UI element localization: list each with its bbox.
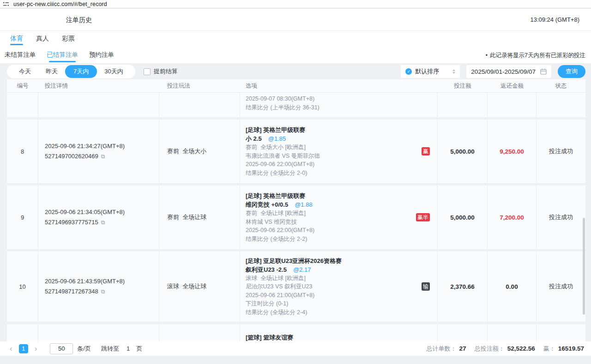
filter-right-group: ✓ 默认排序 2025/09/01-2025/09/07 查询 (401, 65, 585, 78)
match-teams: 林肯城 VS 维冈竞技 (246, 218, 437, 227)
subtab-unsettled[interactable]: 未结算注单 (5, 47, 36, 63)
odds-value: @2.17 (293, 266, 311, 273)
filter-bar: 今天 昨天 7天内 30天内 提前结算 ✓ 默认排序 2025/09/01-20… (7, 65, 585, 78)
pagination-bar: ‹ 1 › 条/页 跳转至 1 页 总计单数： 27 总投注额： 52,522.… (0, 341, 591, 356)
return-amount: 0.00 (506, 283, 518, 290)
col-header-detail: 投注详情 (38, 82, 159, 90)
bet-play-type: 赛前 全场大小 (167, 147, 240, 155)
range-today-button[interactable]: 今天 (12, 65, 38, 78)
league-name: [篮球] 篮球友谊赛 (246, 333, 437, 341)
jump-to-label: 跳转至 (101, 345, 119, 353)
result-score: 结果比分 (全场比分 2-4) (246, 308, 437, 317)
total-stake-label: 总投注额： (475, 345, 505, 353)
copy-icon[interactable]: ⧉ (101, 286, 105, 297)
table-row: 10 2025-09-06 21:43:59(GMT+8) 5271498717… (7, 251, 585, 322)
tab-lottery[interactable]: 彩票 (62, 31, 75, 47)
page-header: 注单历史 13:09:24 (GMT+8) (0, 9, 591, 31)
page-title: 注单历史 (66, 16, 92, 24)
league-name: [足球] 英格兰甲级联赛 (246, 125, 437, 134)
bet-id: 5271496937775715 (45, 217, 98, 227)
bet-time: 2025-09-06 21:34:27(GMT+8) (45, 141, 159, 151)
table-row: 8 2025-09-06 21:34:27(GMT+8) 52714970026… (7, 119, 585, 183)
total-win-value: 16519.57 (558, 345, 584, 352)
result-score: 结果比分 (全场比分 2-0) (246, 169, 437, 178)
range-yesterday-button[interactable]: 昨天 (38, 65, 65, 78)
bullet-icon: • (486, 52, 488, 59)
bet-table: 编号 投注详情 投注玩法 选项 投注额 返还金额 状态 2025-09-07 0… (7, 79, 585, 341)
total-count-value: 27 (459, 345, 466, 352)
bet-play-type: 滚球 全场让球 (167, 282, 240, 291)
calendar-icon (540, 68, 547, 75)
bet-id: 5271498717267348 (45, 286, 98, 297)
bet-play-type: 赛前 全场让球 (167, 213, 240, 221)
server-time: 13:09:24 (GMT+8) (530, 16, 579, 23)
copy-icon[interactable]: ⧉ (101, 217, 105, 227)
sort-selected-value: 默认排序 (415, 67, 452, 76)
live-score: 下注时比分 (0-1) (246, 299, 437, 308)
sort-select[interactable]: ✓ 默认排序 (401, 65, 460, 78)
prev-page-button[interactable]: ‹ (7, 345, 15, 352)
sorter-arrows-icon[interactable] (452, 69, 455, 74)
row-no: 9 (21, 214, 24, 221)
odds-value: @1.88 (295, 201, 313, 208)
bet-id: 5271497002620469 (45, 151, 98, 161)
col-header-stake: 投注额 (438, 82, 488, 90)
col-header-play: 投注玩法 (159, 82, 240, 90)
next-page-button[interactable]: › (32, 345, 40, 352)
early-settle-label: 提前结算 (154, 67, 178, 76)
url-text[interactable]: user-pc-new.ciiicc.com/#/bet_record (13, 1, 107, 7)
page-size-input[interactable] (50, 343, 73, 354)
result-time: 2025-09-07 08:30(GMT+8) (246, 95, 437, 103)
match-time: 2025-09-06 22:00(GMT+8) (246, 160, 437, 169)
bet-record-page: user-pc-new.ciiicc.com/#/bet_record 注单历史… (0, 0, 591, 364)
col-header-no: 编号 (7, 82, 38, 90)
tab-search-icon[interactable] (3, 1, 9, 7)
market-line: 赛前 全场大小 [欧洲盘] (246, 143, 437, 152)
total-stake-value: 52,522.56 (507, 345, 535, 352)
bet-time: 2025-09-06 21:34:05(GMT+8) (45, 207, 159, 217)
bet-status: 投注成功 (549, 147, 573, 155)
stake-amount: 5,000.00 (450, 148, 475, 155)
tab-sports[interactable]: 体育 (10, 31, 23, 47)
tab-live[interactable]: 真人 (36, 31, 49, 47)
check-circle-icon: ✓ (405, 68, 412, 75)
table-row-partial-top: 2025-09-07 08:30(GMT+8) 结果比分 (上半场比分 36-3… (7, 93, 585, 117)
result-badge: 输 (422, 282, 430, 291)
return-amount: 9,250.00 (500, 148, 524, 155)
odds-value: @1.85 (268, 135, 286, 142)
early-settle-checkbox[interactable] (144, 68, 151, 75)
date-range-picker[interactable]: 2025/09/01-2025/09/07 (466, 65, 551, 78)
subtab-settled[interactable]: 已结算注单 (47, 47, 78, 63)
range-30days-button[interactable]: 30天内 (97, 65, 130, 78)
col-header-return: 返还金额 (488, 82, 537, 90)
stake-amount: 5,000.00 (450, 214, 475, 221)
row-no: 8 (21, 148, 24, 155)
bet-status: 投注成功 (549, 213, 573, 221)
jump-page-value[interactable]: 1 (127, 345, 130, 352)
pick-name: 维冈竞技 +0/0.5 (246, 201, 288, 208)
stake-amount: 2,370.66 (450, 283, 475, 290)
match-time: 2025-09-06 21:00(GMT+8) (246, 291, 437, 300)
market-line: 滚球 全场让球 [欧洲盘] (246, 274, 437, 283)
table-header-row: 编号 投注详情 投注玩法 选项 投注额 返还金额 状态 (7, 79, 585, 93)
query-button[interactable]: 查询 (558, 65, 585, 78)
page-size-label: 条/页 (77, 345, 91, 353)
league-name: [足球] 亚足联U23亚洲杯2026资格赛 (246, 257, 437, 265)
subtab-reserved[interactable]: 预约注单 (89, 47, 114, 63)
copy-icon[interactable]: ⧉ (101, 151, 105, 161)
vertical-scrollbar[interactable] (583, 218, 585, 315)
bet-time: 2025-09-06 21:43:59(GMT+8) (45, 276, 159, 286)
range-7days-button[interactable]: 7天内 (65, 65, 97, 78)
match-teams: 尼泊尔U23 VS 叙利亚U23 (246, 282, 437, 291)
bet-status: 投注成功 (549, 282, 573, 291)
total-win-label: 赢： (543, 345, 555, 353)
col-header-option: 选项 (240, 82, 438, 90)
page-number-button[interactable]: 1 (19, 344, 28, 353)
early-settle-option[interactable]: 提前结算 (144, 67, 178, 76)
match-teams: 韦康比流浪者 VS 曼斯菲尔德 (246, 152, 437, 161)
row-no: 10 (19, 283, 25, 290)
result-badge: 赢 (422, 147, 430, 155)
record-notice: •此记录将显示7天内所有已派彩的投注 (486, 52, 585, 60)
result-score: 结果比分 (上半场比分 36-31) (246, 103, 437, 112)
table-row-partial-bottom: [篮球] 篮球友谊赛 (7, 324, 585, 341)
